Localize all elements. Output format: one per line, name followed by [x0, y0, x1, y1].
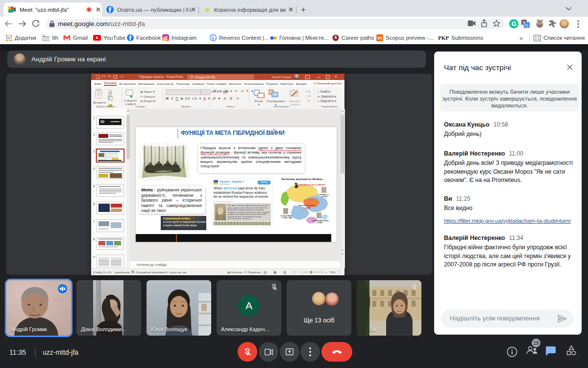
svg-text:by the Russian tsars in 1654-1: by the Russian tsars in 1654-1917 [299, 184, 325, 186]
svg-text:SC: SC [377, 36, 383, 40]
svg-text:in 1939, 1945: in 1939, 1945 [282, 217, 292, 219]
svg-text:in 1954: in 1954 [317, 222, 322, 224]
svg-text:in 1922: in 1922 [321, 196, 327, 198]
svg-text:in 1654: in 1654 [303, 207, 310, 209]
svg-text:文: 文 [522, 21, 526, 25]
